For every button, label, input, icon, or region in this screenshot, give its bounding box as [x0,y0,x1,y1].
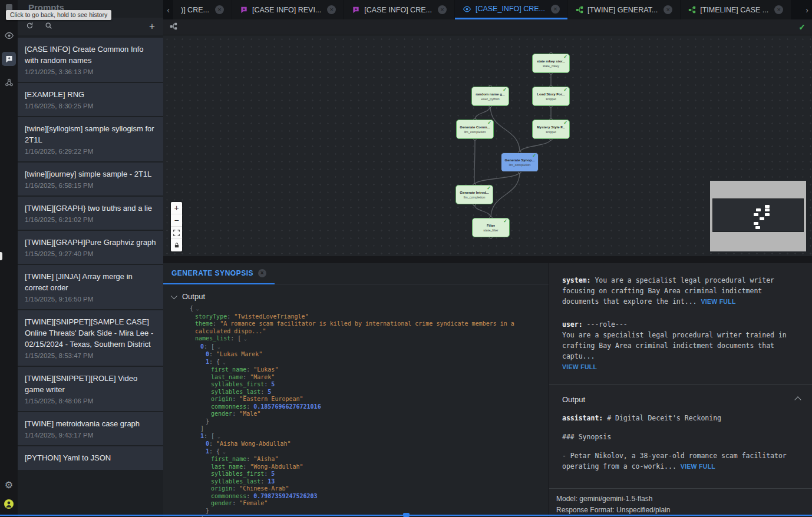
eye-icon[interactable] [2,28,16,42]
tab-3[interactable]: [CASE INFO] CRE...× [344,0,454,19]
minimap[interactable] [710,181,806,251]
list-item[interactable]: [TWINE] [JINJA] Array merge in correct o… [18,265,163,309]
view-full-link[interactable]: VIEW FULL [701,298,735,305]
prompt-timestamp: 1/16/2025, 6:58:15 PM [25,182,156,189]
view-full-link[interactable]: VIEW FULL [681,463,715,470]
prompt-title: [twine][syllogism] sample syllogism for … [25,123,156,145]
bottom-tab-label: GENERATE SYNOPSIS [171,269,253,277]
minimap-node [765,205,770,208]
close-icon[interactable]: × [551,5,560,14]
tab-1[interactable]: )] CRE...× [173,0,232,19]
tabs-scroll-left[interactable]: ‹ [163,0,173,19]
code-line: calculated dispo..." [190,328,549,336]
chat-icon [352,6,360,14]
code-line: syllables_first: 5 [190,470,549,478]
flow-node-llm_completion[interactable]: Generate Introd...llm_completion✓ [455,185,493,204]
close-icon[interactable]: × [327,5,336,14]
prompts-panel: Prompts + [CASE INFO] Create Common Info… [18,0,163,517]
tab-5[interactable]: [TWINE] GENERAT...× [568,0,680,19]
model-info-footer: Model: gemini/gemini-1.5-flash Response … [549,488,812,517]
tab-strip: )] CRE...×[CASE INFO] REVI...×[CASE INFO… [173,0,802,19]
tab-label: [CASE_INFO] CRE... [476,5,545,13]
code-line: syllables_first: 5 [190,381,549,389]
flow-node-state_filter[interactable]: Filterstate_filter✓ [472,218,510,237]
list-item[interactable]: [EXAMPLE] RNG1/16/2025, 8:30:25 PM [18,83,163,116]
flow-node-snippet[interactable]: Mystery Style F...snippet✓ [532,120,570,139]
close-icon[interactable]: × [215,5,224,14]
left-rail: ⚙ [0,0,18,517]
node-subtitle: llm_completion [464,130,486,134]
flows-icon[interactable] [2,75,16,90]
node-output-panel: GENERATE SYNOPSIS × Output { ⌄storyType:… [163,263,549,517]
list-item[interactable]: [TWINE][SNIPPET][SAMPLE CASE] Online Thr… [18,310,163,366]
flow-valid-check-icon: ✓ [798,22,806,32]
output-section-header[interactable]: Output [163,284,549,305]
flow-canvas[interactable]: state mkey stor...state_mkey✓random name… [163,35,812,256]
prompt-title: [TWINE][SNIPPET][ROLE] Video game writer [25,373,156,395]
prompt-timestamp: 1/16/2025, 8:30:25 PM [25,102,156,110]
flow-node-exec_python[interactable]: random name g...exec_python✓ [471,87,509,106]
gear-icon[interactable]: ⚙ [5,480,13,490]
close-icon[interactable]: × [438,5,447,14]
flow-node-snippet[interactable]: Load Story For...snippet✓ [532,87,570,106]
check-icon: ✓ [532,153,536,158]
bottom-resize-grip[interactable] [403,513,410,517]
node-subtitle: llm_completion [509,163,531,167]
close-icon[interactable]: × [774,5,783,14]
tabs-scroll-right[interactable]: › [802,0,812,19]
left-panel-resize-handle[interactable] [0,252,2,260]
fit-view-button[interactable] [171,227,182,239]
list-item[interactable]: [TWINE] metroidvania case graph1/14/2025… [18,412,163,445]
lock-button[interactable] [171,239,182,251]
flow-node-state_mkey[interactable]: state mkey stor...state_mkey✓ [532,54,570,73]
prompt-list: [CASE INFO] Create Common Info with rand… [18,38,163,517]
node-subtitle: exec_python [481,97,499,101]
view-full-link[interactable]: VIEW FULL [562,363,597,370]
close-icon[interactable]: × [664,5,672,14]
list-item[interactable]: [CASE INFO] Create Common Info with rand… [18,38,163,82]
code-line: 1: { ⌄ [190,448,549,456]
code-line: origin: "Eastern European" [190,396,549,403]
list-item[interactable]: [TWINE][SNIPPET][ROLE] Video game writer… [18,367,163,411]
close-icon[interactable]: × [258,269,266,277]
search-icon[interactable] [45,21,52,32]
zoom-in-button[interactable]: + [171,202,182,214]
flow-graph-icon[interactable] [170,22,177,32]
code-line: 1: { ⌄ [190,359,549,367]
code-line: last_name: "Wong-Abdullah" [190,463,549,471]
code-line: commonness: 0.18576966276721016 [190,403,549,411]
tab-2[interactable]: [CASE INFO] REVI...× [232,0,344,19]
flow-node-llm_completion[interactable]: Generate Synop...llm_completion✓ [501,153,539,172]
chevron-down-icon [171,292,177,299]
list-item[interactable]: [PYTHON] Yaml to JSON [18,446,163,470]
node-subtitle: llm_completion [464,195,486,199]
tab-generate-synopsis[interactable]: GENERATE SYNOPSIS × [163,264,275,284]
inspector-output-header[interactable]: Output [562,385,801,413]
json-output-tree[interactable]: { ⌄storyType: "TwistedLoveTriangle"theme… [163,305,549,517]
prompts-chat-icon[interactable] [2,52,16,66]
refresh-icon[interactable] [26,21,34,32]
list-item[interactable]: [TWINE][GRAPH]Pure Graphviz graph1/15/20… [18,231,163,264]
user-text: You are a specialist legal procedural wr… [562,331,787,360]
check-icon: ✓ [563,87,567,92]
code-line: 0: "Lukas Marek" [190,351,549,359]
horizontal-resize-divider[interactable] [163,256,812,263]
list-item[interactable]: [TWINE][GRAPH} two truths and a lie1/16/… [18,197,163,230]
tab-6[interactable]: [TIMELINE] CASE ...× [681,0,791,19]
zoom-out-button[interactable]: − [171,214,182,227]
output-section-label: Output [182,292,205,301]
flow-node-llm_completion[interactable]: Generate Comm...llm_completion✓ [456,120,494,139]
assistant-role-label: assistant: [562,414,603,422]
tab-4[interactable]: [CASE_INFO] CRE...× [455,0,567,19]
history-tooltip: Click to go back, hold to see history [6,10,111,20]
list-item[interactable]: [twine][journey] simple sample - 2T1L1/1… [18,163,163,195]
add-prompt-button[interactable]: + [149,21,155,32]
node-title: random name g... [476,92,505,96]
avatar[interactable] [4,499,14,511]
inspector-output-label: Output [562,395,585,404]
eye-icon [463,5,471,14]
check-icon: ✓ [503,218,507,224]
node-title: state mkey stor... [537,59,566,63]
list-item[interactable]: [twine][syllogism] sample syllogism for … [18,117,163,161]
check-icon: ✓ [487,185,491,191]
